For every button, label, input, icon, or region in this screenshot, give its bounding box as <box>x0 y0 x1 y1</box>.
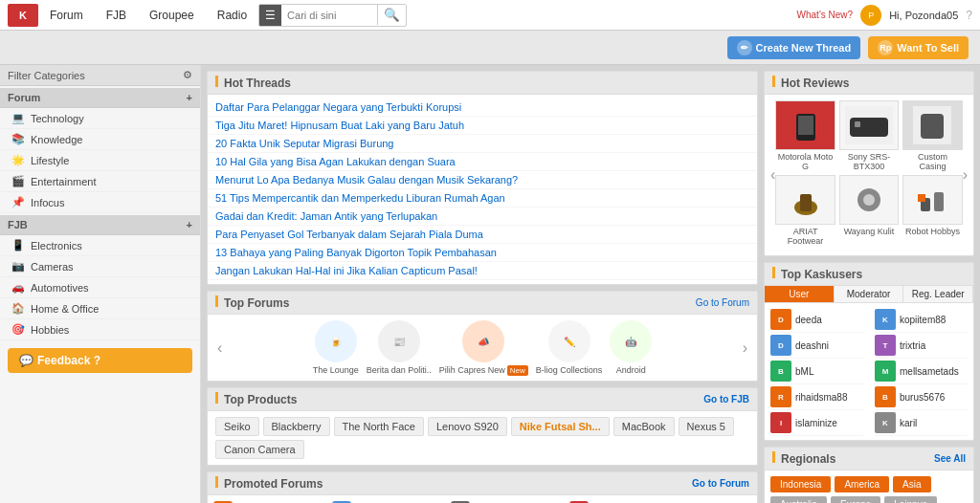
create-thread-button[interactable]: ✏ Create New Thread <box>727 36 861 59</box>
kaskuser-karil[interactable]: K karil <box>875 410 968 436</box>
product-macbook[interactable]: MacBook <box>613 417 675 436</box>
top-products-goto[interactable]: Go to FJB <box>703 394 749 405</box>
regional-america[interactable]: America <box>835 476 889 492</box>
kaskuser-trixtria[interactable]: T trixtria <box>875 333 968 359</box>
regionals-see-all[interactable]: See All <box>934 453 966 464</box>
thread-item-4[interactable]: Menurut Lo Apa Bedanya Musik Galau denga… <box>208 171 757 189</box>
thread-item-7[interactable]: Para Penyaset Gol Terbanyak dalam Sejara… <box>208 226 757 244</box>
forum-icon-lounge[interactable]: 🍺 The Lounge <box>313 320 359 375</box>
kaskuser-tab-user[interactable]: User <box>765 286 835 302</box>
capres-label: Pilih Capres NewNew <box>439 365 528 375</box>
kaskusers-two-col: D deeda D deashni B bML R <box>765 303 973 440</box>
review-img-5 <box>902 175 962 225</box>
nav-groupee[interactable]: Groupee <box>145 9 198 22</box>
regional-lainnya[interactable]: Lainnya <box>884 496 937 503</box>
forum-icon-capres[interactable]: 📣 Pilih Capres NewNew <box>439 320 528 375</box>
thread-item-5[interactable]: 51 Tips Mempercantik dan Memperkedu Libu… <box>208 189 757 208</box>
kaskuser-deashni[interactable]: D deashni <box>770 333 863 359</box>
sidebar-item-lifestyle[interactable]: 🌟 Lifestyle <box>0 150 200 171</box>
kaskuser-name-deashni: deashni <box>795 340 829 351</box>
product-seiko[interactable]: Seiko <box>215 417 259 436</box>
thread-item-1[interactable]: Tiga Jitu Maret! Hipnusam Buat Laki yang… <box>208 117 757 135</box>
filter-categories[interactable]: Filter Categories ⚙ <box>0 65 200 86</box>
sidebar-item-knowledge[interactable]: 📚 Knowledge <box>0 129 200 150</box>
reviews-next-btn[interactable]: › <box>963 166 968 184</box>
search-button[interactable]: 🔍 <box>377 5 406 25</box>
product-northface[interactable]: The North Face <box>334 417 424 436</box>
sidebar-item-entertainment[interactable]: 🎬 Entertainment <box>0 171 200 192</box>
username[interactable]: Hi, Pozonda05 <box>889 10 958 21</box>
kaskuser-deeda[interactable]: D deeda <box>770 307 863 333</box>
logo[interactable]: K <box>8 4 38 27</box>
review-item-5[interactable]: Robot Hobbys <box>902 175 962 246</box>
sidebar-item-infocus[interactable]: 📌 Infocus <box>0 192 200 213</box>
want-to-sell-button[interactable]: Rp Want To Sell <box>868 36 969 59</box>
review-item-1[interactable]: Sony SRS-BTX300 <box>839 100 899 171</box>
kaskuser-tab-moderator[interactable]: Moderator <box>835 286 904 302</box>
review-label-3: ARIAT Footwear <box>775 227 835 246</box>
kaskuser-name-trixtria: trixtria <box>900 340 925 351</box>
kaskuser-bml[interactable]: B bML <box>770 359 863 384</box>
review-item-0[interactable]: Motorola Moto G <box>775 100 835 171</box>
svg-rect-7 <box>921 114 944 139</box>
top-products-title: Top Products <box>224 393 297 406</box>
review-item-4[interactable]: Wayang Kulit <box>839 175 899 246</box>
product-nexus[interactable]: Nexus 5 <box>679 417 734 436</box>
feedback-button[interactable]: 💬 Feedback ? <box>8 348 192 373</box>
thread-item-2[interactable]: 20 Fakta Unik Seputar Migrasi Burung <box>208 135 757 153</box>
promoted-forums-header: Promoted Forums Go to Forum <box>208 472 757 495</box>
top-forums-goto[interactable]: Go to Forum <box>696 297 749 308</box>
forum-icon-android[interactable]: 🤖 Android <box>610 320 652 375</box>
android-icon: 🤖 <box>610 320 652 362</box>
product-blackberry[interactable]: Blackberry <box>263 417 330 436</box>
knowledge-label: Knowledge <box>31 134 82 145</box>
hobbies-icon: 🎯 <box>11 323 25 336</box>
forum-icon-bliog[interactable]: ✏️ B-liog Collections <box>536 320 603 375</box>
thread-item-0[interactable]: Daftar Para Pelanggar Negara yang Terbuk… <box>208 98 757 117</box>
regional-europe[interactable]: Europe <box>831 496 880 503</box>
thread-item-8[interactable]: 13 Bahaya yang Paling Banyak Digorton To… <box>208 244 757 262</box>
review-img-3 <box>775 175 835 225</box>
review-item-3[interactable]: ARIAT Footwear <box>775 175 835 246</box>
nav-radio[interactable]: Radio <box>213 9 251 22</box>
carousel-prev-button[interactable]: ‹ <box>213 339 226 357</box>
regional-asia[interactable]: Asia <box>893 476 930 492</box>
kaskuser-kopiitem[interactable]: K kopiitem88 <box>875 307 968 333</box>
kaskuser-mellsametads[interactable]: M mellsametads <box>875 359 968 384</box>
thread-item-3[interactable]: 10 Hal Gila yang Bisa Agan Lakukan denga… <box>208 153 757 171</box>
sidebar-item-electronics[interactable]: 📱 Electronics <box>0 235 200 256</box>
review-item-2[interactable]: Custom Casing <box>902 100 962 171</box>
thread-item-9[interactable]: Jangan Lakukan Hal-Hal ini Jika Kalian C… <box>208 262 757 280</box>
sidebar-item-technology[interactable]: 💻 Technology <box>0 108 200 129</box>
forum-section-label: Forum <box>8 92 40 103</box>
forum-icon-berita[interactable]: 📰 Berita dan Politi.. <box>367 320 432 375</box>
electronics-label: Electronics <box>31 240 82 252</box>
sidebar-item-hobbies[interactable]: 🎯 Hobbies <box>0 319 200 340</box>
regional-australia[interactable]: Australia <box>770 496 827 503</box>
sidebar: Filter Categories ⚙ Forum + 💻 Technology… <box>0 65 201 503</box>
sidebar-item-cameras[interactable]: 📷 Cameras <box>0 256 200 277</box>
hamburger-icon[interactable]: ☰ <box>259 5 281 26</box>
kaskuser-tab-reg-leader[interactable]: Reg. Leader <box>903 286 973 302</box>
kaskuser-islaminize[interactable]: I islaminize <box>770 410 863 436</box>
berita-icon: 📰 <box>378 320 420 362</box>
search-input[interactable] <box>281 7 377 24</box>
product-canon[interactable]: Canon Camera <box>215 440 304 459</box>
thread-item-6[interactable]: Gadai dan Kredit: Jaman Antik yang Terlu… <box>208 208 757 226</box>
promoted-forums-goto[interactable]: Go to Forum <box>692 478 749 489</box>
hot-threads-title: Hot Threads <box>224 77 291 90</box>
sidebar-item-automotives[interactable]: 🚗 Automotives <box>0 277 200 298</box>
sidebar-item-home-office[interactable]: 🏠 Home & Office <box>0 298 200 319</box>
carousel-next-button[interactable]: › <box>739 339 751 357</box>
nav-forum[interactable]: Forum <box>46 9 87 22</box>
hot-threads-header: Hot Threads <box>208 72 757 95</box>
product-nike[interactable]: Nike Futsal Sh... <box>511 417 610 436</box>
product-lenovo[interactable]: Lenovo S920 <box>428 417 507 436</box>
kaskuser-rihaidsma[interactable]: R rihaidsma88 <box>770 384 863 410</box>
avatar[interactable]: P <box>860 5 881 26</box>
nav-fjb[interactable]: FJB <box>102 9 130 22</box>
kaskuser-burus[interactable]: B burus5676 <box>875 384 968 410</box>
regional-indonesia[interactable]: Indonesia <box>770 476 831 492</box>
help-icon[interactable]: ? <box>966 9 972 22</box>
whats-new-link[interactable]: What's New? <box>797 10 854 20</box>
